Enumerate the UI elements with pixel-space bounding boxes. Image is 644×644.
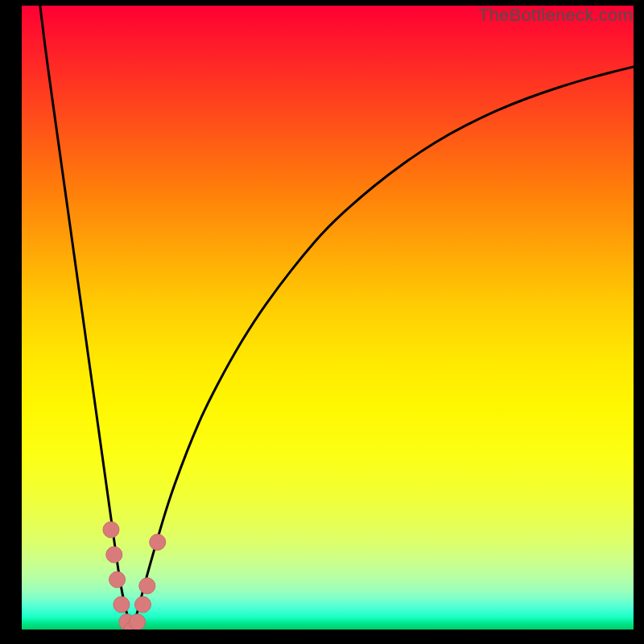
data-marker — [150, 535, 166, 551]
data-marker — [109, 572, 126, 588]
data-marker — [130, 614, 146, 630]
data-marker — [114, 597, 130, 613]
plot-area — [22, 6, 634, 630]
data-marker — [103, 522, 119, 538]
bottleneck-curve — [40, 6, 634, 625]
data-marker — [134, 597, 151, 613]
chart-svg — [22, 6, 634, 630]
data-marker — [139, 578, 155, 594]
curve-group — [40, 6, 634, 625]
attribution-text: TheBottleneck.com — [478, 5, 633, 26]
chart-frame: TheBottleneck.com — [0, 0, 644, 644]
marker-group — [103, 522, 166, 630]
data-marker — [106, 547, 122, 563]
